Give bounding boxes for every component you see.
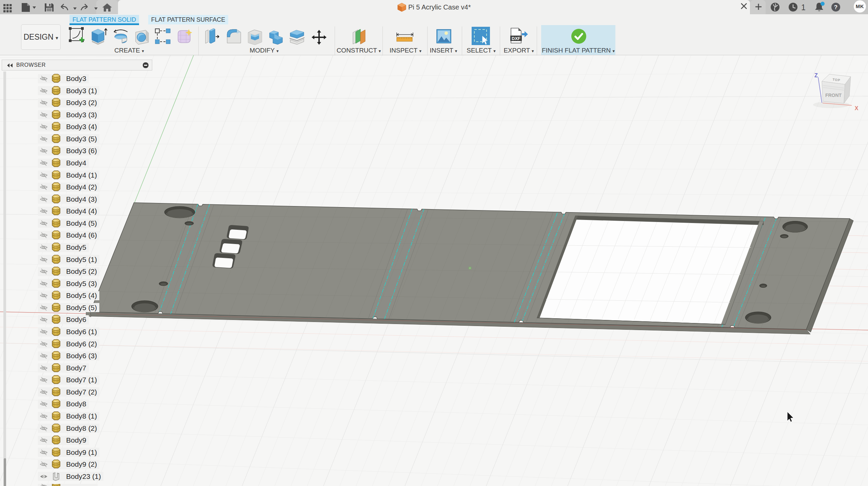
svg-text:DXF: DXF bbox=[512, 36, 520, 41]
svg-text:FRONT: FRONT bbox=[825, 93, 842, 98]
svg-text:1: 1 bbox=[801, 3, 805, 12]
svg-text:Z: Z bbox=[814, 73, 818, 78]
svg-text:?: ? bbox=[834, 4, 837, 11]
svg-text:X: X bbox=[855, 105, 859, 111]
